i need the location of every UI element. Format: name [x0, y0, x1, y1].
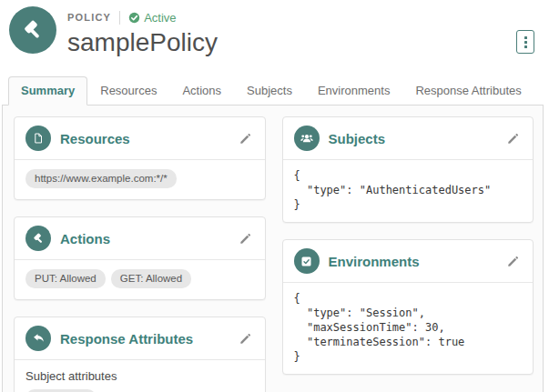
page-title: samplePolicy [67, 28, 218, 57]
resource-tag: https://www.example.com:*/* [25, 169, 177, 188]
header-divider [119, 11, 120, 25]
tab-resources[interactable]: Resources [87, 76, 169, 106]
environments-card-title: Environments [329, 254, 420, 269]
subjects-card: Subjects { "type": "AuthenticatedUsers" … [282, 116, 534, 223]
pencil-icon [239, 132, 252, 146]
kebab-menu-button[interactable] [516, 30, 534, 54]
tab-shell: Summary Resources Actions Subjects Envir… [2, 76, 544, 392]
gavel-icon [25, 226, 51, 251]
edit-resources-button[interactable] [237, 130, 254, 147]
tab-actions[interactable]: Actions [169, 76, 234, 106]
tab-subjects[interactable]: Subjects [234, 76, 305, 106]
left-column: Resources https://www.example.com:*/* [14, 116, 266, 392]
subject-attributes-label: Subject attributes [25, 369, 254, 383]
tab-response-attributes[interactable]: Response Attributes [402, 76, 534, 106]
kebab-menu-icon [524, 36, 527, 48]
edit-subjects-button[interactable] [504, 130, 522, 147]
pencil-icon [239, 332, 252, 346]
reply-icon [25, 326, 51, 351]
pencil-icon [239, 232, 252, 246]
header-text: POLICY Active samplePolicy [67, 6, 218, 57]
actions-card: Actions PUT: Allowed GET: Allowed [14, 216, 266, 300]
actions-card-title: Actions [60, 231, 110, 246]
resources-card: Resources https://www.example.com:*/* [14, 116, 266, 200]
policy-header: POLICY Active samplePolicy [0, 0, 549, 76]
check-square-icon [294, 248, 320, 274]
users-icon [294, 126, 320, 151]
right-column: Subjects { "type": "AuthenticatedUsers" … [282, 116, 534, 392]
check-circle-icon [128, 12, 140, 24]
file-icon [25, 126, 51, 151]
status-badge: Active [128, 11, 176, 25]
summary-tab-content: Resources https://www.example.com:*/* [2, 106, 544, 392]
status-text: Active [144, 11, 176, 25]
edit-response-attributes-button[interactable] [237, 330, 254, 347]
edit-environments-button[interactable] [504, 253, 522, 270]
response-attributes-card-title: Response Attributes [60, 331, 193, 347]
environments-card: Environments { "type": "Session", "maxSe… [282, 239, 534, 375]
policy-avatar [9, 6, 56, 54]
subjects-json: { "type": "AuthenticatedUsers" } [283, 160, 534, 222]
tab-environments[interactable]: Environments [305, 76, 402, 106]
environments-json: { "type": "Session", "maxSessionTime": 3… [283, 283, 534, 374]
edit-actions-button[interactable] [237, 230, 254, 247]
action-tag: GET: Allowed [111, 269, 191, 288]
entity-type-label: POLICY [67, 12, 111, 23]
gavel-icon [21, 18, 46, 43]
tab-summary[interactable]: Summary [8, 76, 87, 106]
response-attributes-card: Response Attributes Subject attributes [14, 317, 266, 392]
resources-card-title: Resources [60, 131, 130, 146]
subjects-card-title: Subjects [329, 131, 386, 146]
pencil-icon [506, 132, 520, 146]
action-tag: PUT: Allowed [25, 269, 106, 288]
pencil-icon [506, 255, 520, 268]
tab-bar: Summary Resources Actions Subjects Envir… [2, 76, 544, 106]
